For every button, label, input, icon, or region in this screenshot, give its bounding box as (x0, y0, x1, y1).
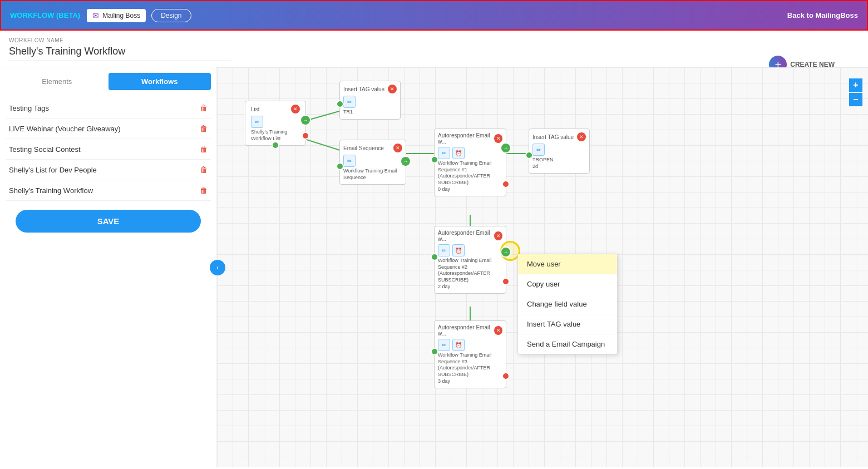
edit-icon: ✏ (438, 147, 450, 159)
zoom-out-button[interactable]: − (849, 93, 862, 106)
autoresponder-3-text: Workflow Training Email Sequence #3 (Aut… (438, 352, 502, 384)
zoom-controls: + − (849, 78, 862, 106)
list-item[interactable]: Shelly's List for Dev People 🗑 (6, 160, 211, 180)
list-item-label: Testing Tags (9, 104, 49, 112)
conn-dot-red (502, 372, 510, 380)
autoresponder-1-node[interactable]: Autoresponder Email w... ✕ ✏ ⏰ Workflow … (434, 129, 506, 196)
header: WORKFLOW (BETA) ✉ Mailing Boss Design Ba… (0, 0, 868, 31)
autoresponder-2-header: Autoresponder Email w... ✕ (438, 230, 502, 242)
list-node-delete[interactable]: ✕ (291, 105, 300, 113)
zoom-in-button[interactable]: + (849, 78, 862, 92)
email-sequence-node[interactable]: Email Sequence ✕ ✏ Workflow Training Ema… (339, 140, 406, 185)
workflow-canvas[interactable]: List ✕ ✏ Shelly's Training Workflow List… (217, 67, 868, 467)
list-node-icons: ✏ (251, 116, 300, 128)
context-menu-item-copy-user[interactable]: Copy user (518, 274, 617, 294)
edit-icon: ✏ (343, 155, 356, 167)
edit-icon: ✏ (532, 144, 545, 156)
email-icon: ✉ (92, 11, 99, 20)
edit-icon: ✏ (438, 244, 450, 256)
conn-dot-red (502, 278, 510, 285)
conn-dot-green-left (431, 348, 438, 356)
insert-tag-node-2[interactable]: Insert TAG value ✕ ✏ TROPEN 2d (529, 129, 590, 174)
insert-tag-1-text: TR1 (343, 109, 397, 116)
conn-dot-green-left (431, 156, 438, 164)
list-item[interactable]: Shelly's Training Workflow 🗑 (6, 180, 211, 201)
email-seq-delete[interactable]: ✕ (393, 144, 402, 152)
insert-tag-1-icons: ✏ (343, 96, 397, 108)
email-seq-icons: ✏ (343, 155, 402, 167)
sidebar: Elements Workflows Testing Tags 🗑 LIVE W… (0, 67, 217, 467)
context-menu-item-change-field[interactable]: Change field value (518, 294, 617, 314)
list-item-label: Shelly's List for Dev People (9, 166, 97, 174)
time-icon: ⏰ (452, 244, 465, 256)
conn-dot-red (302, 132, 309, 140)
autoresponder-3-icons: ✏ ⏰ (438, 339, 502, 351)
insert-tag-node-1[interactable]: Insert TAG value ✕ ✏ TR1 (339, 81, 401, 120)
autoresponder-2-text: Workflow Training Email Sequence #2 (Aut… (438, 258, 502, 290)
context-menu-item-move-user[interactable]: Move user (518, 254, 617, 274)
list-item[interactable]: LIVE Webinar (Voucher Giveaway) 🗑 (6, 119, 211, 139)
conn-dot-arrow-right: → (500, 142, 511, 154)
conn-dot-green-left (431, 253, 438, 261)
autoresponder-3-node[interactable]: Autoresponder Email w... ✕ ✏ ⏰ Workflow … (434, 320, 506, 388)
time-icon: ⏰ (452, 339, 465, 351)
autoresponder-2-node[interactable]: Autoresponder Email w... ✕ ✏ ⏰ Workflow … (434, 226, 506, 294)
list-node[interactable]: List ✕ ✏ Shelly's Training Workflow List… (245, 101, 306, 146)
autoresponder-2-icons: ✏ ⏰ (438, 244, 502, 256)
email-seq-header: Email Sequence ✕ (343, 144, 402, 152)
tab-workflows[interactable]: Workflows (108, 73, 211, 90)
conn-dot-arrow-right: → (400, 156, 411, 167)
insert-tag-2-delete[interactable]: ✕ (577, 132, 586, 141)
conn-dot-green-left (525, 151, 533, 159)
list-item[interactable]: Testing Social Contest 🗑 (6, 139, 211, 160)
list-item-label: LIVE Webinar (Voucher Giveaway) (9, 125, 121, 133)
delete-icon[interactable]: 🗑 (200, 103, 208, 112)
conn-dot-arrow-right: → (500, 246, 511, 258)
insert-tag-2-icons: ✏ (532, 144, 586, 156)
mailing-boss-tab[interactable]: ✉ Mailing Boss (87, 9, 146, 22)
conn-dot-red (502, 180, 510, 188)
workflow-beta-title: WORKFLOW (BETA) (10, 11, 80, 19)
conn-dot-arrow: → (300, 115, 311, 126)
autoresponder-3-delete[interactable]: ✕ (494, 326, 502, 335)
email-seq-text: Workflow Training Email Sequence (343, 168, 402, 181)
insert-tag-1-delete[interactable]: ✕ (388, 85, 397, 93)
delete-icon[interactable]: 🗑 (200, 124, 208, 133)
design-tab[interactable]: Design (151, 9, 191, 22)
insert-tag-2-text: TROPEN 2d (532, 157, 586, 170)
delete-icon[interactable]: 🗑 (200, 145, 208, 154)
autoresponder-1-text: Workflow Training Email Sequence #1 (Aut… (438, 160, 502, 192)
edit-icon: ✏ (343, 96, 356, 108)
workflow-name-underline (9, 61, 231, 61)
context-menu-item-insert-tag[interactable]: Insert TAG value (518, 314, 617, 334)
time-icon: ⏰ (452, 147, 465, 159)
collapse-sidebar-button[interactable]: ‹ (210, 260, 225, 275)
insert-tag-2-header: Insert TAG value ✕ (532, 132, 586, 141)
autoresponder-2-delete[interactable]: ✕ (494, 231, 502, 240)
autoresponder-3-header: Autoresponder Email w... ✕ (438, 324, 502, 337)
workflow-name-value: Shelly's Training Workflow (9, 46, 859, 57)
autoresponder-1-header: Autoresponder Email w... ✕ (438, 132, 502, 145)
list-item-label: Shelly's Training Workflow (9, 186, 93, 195)
list-node-header: List ✕ (251, 105, 300, 113)
workflow-name-area: WORKFLOW NAME Shelly's Training Workflow (0, 31, 868, 67)
sidebar-tabs: Elements Workflows (6, 73, 211, 90)
autoresponder-1-delete[interactable]: ✕ (494, 134, 502, 143)
tab-elements[interactable]: Elements (6, 73, 108, 90)
back-to-mailingboss-link[interactable]: Back to MailingBoss (787, 11, 858, 19)
context-menu: Move user Copy user Change field value I… (517, 254, 618, 354)
conn-dot-green-left (336, 162, 344, 170)
context-menu-item-send-email[interactable]: Send a Email Campaign (518, 334, 617, 354)
workflow-name-label: WORKFLOW NAME (9, 37, 859, 43)
delete-icon[interactable]: 🗑 (200, 165, 208, 174)
conn-dot-green (336, 100, 344, 108)
save-button[interactable]: SAVE (16, 210, 200, 233)
list-item[interactable]: Testing Tags 🗑 (6, 98, 211, 119)
insert-tag-1-header: Insert TAG value ✕ (343, 85, 397, 93)
body-area: Elements Workflows Testing Tags 🗑 LIVE W… (0, 67, 868, 467)
delete-icon[interactable]: 🗑 (200, 186, 208, 195)
list-node-text: Shelly's Training Workflow List (251, 129, 300, 142)
edit-icon: ✏ (251, 116, 263, 128)
autoresponder-1-icons: ✏ ⏰ (438, 147, 502, 159)
conn-dot-check-green (272, 141, 279, 149)
